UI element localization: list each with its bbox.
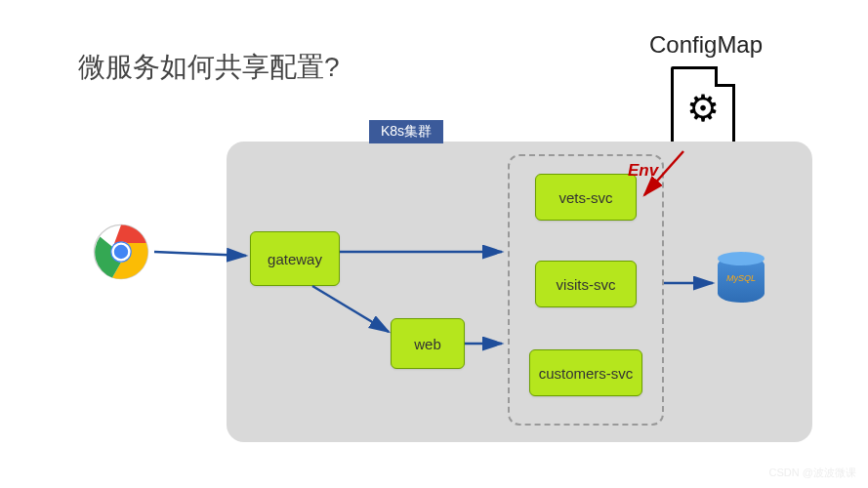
node-visits: visits-svc [535, 261, 637, 307]
configmap-icon: ⚙ [671, 66, 735, 150]
chrome-icon [92, 223, 150, 281]
gear-icon: ⚙ [686, 87, 720, 130]
watermark: CSDN @波波微课 [769, 466, 856, 480]
node-vets: vets-svc [535, 174, 637, 221]
node-customers: customers-svc [529, 349, 642, 396]
node-web: web [391, 318, 465, 369]
svg-point-2 [113, 244, 130, 261]
env-label: Env [628, 161, 658, 181]
configmap-label: ConfigMap [649, 31, 763, 59]
page-title: 微服务如何共享配置? [78, 49, 340, 86]
database-icon: MySQL [718, 256, 765, 312]
db-label: MySQL [718, 273, 765, 283]
node-gateway: gateway [250, 231, 340, 286]
k8s-cluster-label: K8s集群 [369, 120, 443, 143]
